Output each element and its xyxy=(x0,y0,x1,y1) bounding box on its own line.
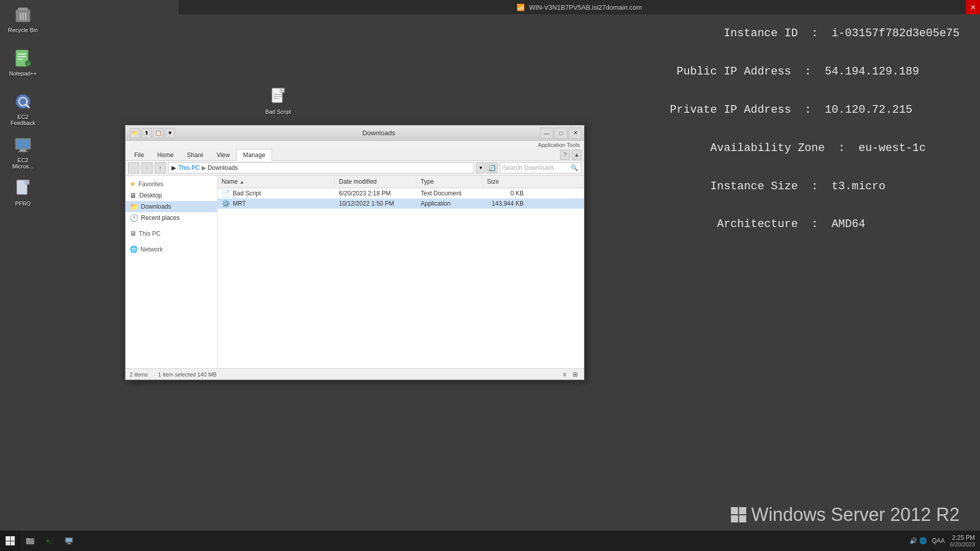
tab-view[interactable]: View xyxy=(210,149,236,161)
recent-nav-icon: 🕐 xyxy=(130,214,138,222)
rdp-signal-icon: 📶 xyxy=(517,4,525,11)
minimize-button[interactable]: — xyxy=(540,128,553,139)
toolbar-btn-1[interactable]: 📁 xyxy=(130,128,140,138)
back-button[interactable]: ‹ xyxy=(128,162,139,173)
rdp-close-button[interactable]: ✕ xyxy=(966,0,980,14)
taskbar-file-manager[interactable] xyxy=(20,531,40,551)
address-dropdown-btn[interactable]: ▼ xyxy=(476,162,485,173)
svg-rect-21 xyxy=(280,88,284,92)
start-button[interactable] xyxy=(0,531,20,551)
selected-info: 1 item selected 140 MB xyxy=(158,371,216,378)
search-box[interactable]: Search Downloads 🔍 xyxy=(500,162,581,173)
path-icon: ▶ xyxy=(172,164,176,171)
mrt-size: 143,944 KB xyxy=(483,200,524,207)
favorites-header[interactable]: ★ Favorites xyxy=(126,178,217,190)
clock: 2:25 PM 6/20/2023 xyxy=(950,534,975,547)
desktop-icon-notepadpp[interactable]: + Notepad++ xyxy=(3,46,43,79)
up-button[interactable]: ↑ xyxy=(155,162,166,173)
sort-arrow-name: ▲ xyxy=(239,179,244,185)
network-header[interactable]: 🌐 Network xyxy=(126,243,217,255)
server-info-panel: Instance ID : i-03157f782d3e05e75 Public… xyxy=(663,5,960,253)
toolbar-btn-4[interactable]: ▼ xyxy=(165,128,175,138)
instance-id-line: Instance ID : i-03157f782d3e05e75 xyxy=(690,27,960,40)
refresh-btn[interactable]: 🔄 xyxy=(486,162,498,173)
help-button[interactable]: ? xyxy=(560,149,570,160)
this-pc-header[interactable]: 🖥 This PC xyxy=(126,228,217,239)
svg-rect-17 xyxy=(18,151,28,152)
tab-manage[interactable]: Manage xyxy=(236,149,272,161)
view-controls: ≡ ⊞ xyxy=(560,370,580,379)
nav-item-downloads[interactable]: 📁 Downloads xyxy=(126,201,217,212)
maximize-button[interactable]: □ xyxy=(554,128,568,139)
tab-file[interactable]: File xyxy=(128,149,151,161)
desktop-icon-bad-script[interactable]: Bad Script xyxy=(258,84,299,117)
network-icon: 🌐 xyxy=(130,245,138,253)
bad-script-type: Text Document xyxy=(416,190,483,197)
svg-rect-1 xyxy=(18,8,28,11)
search-icon: 🔍 xyxy=(571,164,578,171)
ribbon-tabs: File Home Share View Manage ? ▲ xyxy=(126,149,584,161)
desktop-nav-label: Desktop xyxy=(139,192,162,199)
path-this-pc[interactable]: This PC xyxy=(178,164,200,171)
status-bar: 2 items 1 item selected 140 MB ≡ ⊞ xyxy=(126,368,584,380)
recycle-bin-label: Recycle Bin xyxy=(8,27,38,33)
forward-button[interactable]: › xyxy=(141,162,153,173)
mrt-date: 10/12/2022 1:50 PM xyxy=(335,200,416,207)
details-view-button[interactable]: ⊞ xyxy=(571,370,580,379)
window-controls: — □ ✕ xyxy=(540,128,582,139)
desktop-icon-recycle-bin[interactable]: Recycle Bin xyxy=(3,3,43,35)
taskbar: >_ 🔊 🌐 QAA 2:25 PM 6/20/2023 xyxy=(0,531,980,551)
col-header-date[interactable]: Date modified xyxy=(335,177,416,187)
column-headers: Name ▲ Date modified Type Size xyxy=(217,176,584,188)
toolbar-btn-3[interactable]: 📋 xyxy=(153,128,163,138)
windows-logo xyxy=(731,507,746,522)
nav-item-recent-places[interactable]: 🕐 Recent places xyxy=(126,212,217,223)
file-explorer-titlebar: 📁 ⬆ 📋 ▼ Downloads — □ ✕ xyxy=(126,126,584,141)
ec2-micros-icon-img xyxy=(13,135,33,155)
desktop-icon-pfro[interactable]: PFRO xyxy=(3,176,43,209)
this-pc-section: 🖥 This PC xyxy=(126,228,217,239)
recent-nav-label: Recent places xyxy=(141,214,180,221)
windows-logo-grid xyxy=(731,507,746,522)
taskbar-rdp[interactable] xyxy=(59,531,79,551)
col-header-name[interactable]: Name ▲ xyxy=(217,177,335,187)
watermark-text: Windows Server 2012 R2 xyxy=(751,504,960,525)
pfro-icon-img xyxy=(13,178,33,198)
list-view-button[interactable]: ≡ xyxy=(560,370,569,379)
path-downloads[interactable]: Downloads xyxy=(208,164,238,171)
date: 6/20/2023 xyxy=(950,541,975,547)
notepadpp-icon-img: + xyxy=(13,48,33,68)
nav-item-desktop[interactable]: 🖥 Desktop xyxy=(126,190,217,201)
taskbar-terminal[interactable]: >_ xyxy=(40,531,59,551)
file-row-mrt[interactable]: ⚙️ MRT 10/12/2022 1:50 PM Application 14… xyxy=(217,198,584,209)
tab-share[interactable]: Share xyxy=(180,149,210,161)
private-ip-line: Private IP Address : 10.120.72.215 xyxy=(663,104,913,116)
logo-cell-2 xyxy=(739,507,746,514)
logo-cell-3 xyxy=(731,515,738,522)
file-explorer-main: ★ Favorites 🖥 Desktop 📁 Downloads 🕐 Rece… xyxy=(126,176,584,368)
file-list: Name ▲ Date modified Type Size 📄 Bad Scr… xyxy=(217,176,584,368)
network-label: Network xyxy=(140,246,163,253)
svg-rect-30 xyxy=(66,538,72,542)
desktop-icon-ec2-micros[interactable]: EC2Micros... xyxy=(3,133,43,171)
close-button[interactable]: ✕ xyxy=(569,128,582,139)
address-path[interactable]: ▶ This PC ▶ Downloads xyxy=(168,162,474,173)
windows-server-watermark: Windows Server 2012 R2 xyxy=(731,504,960,525)
desktop-icon-ec2-feedback[interactable]: EC2Feedback xyxy=(3,89,43,128)
col-header-size[interactable]: Size xyxy=(483,177,524,187)
bad-script-file-icon: 📄 xyxy=(222,189,230,197)
address-bar: ‹ › ↑ ▶ This PC ▶ Downloads ▼ 🔄 Search D… xyxy=(126,161,584,176)
file-row-bad-script[interactable]: 📄 Bad Script 6/20/2023 2:18 PM Text Docu… xyxy=(217,188,584,198)
col-header-type[interactable]: Type xyxy=(416,177,483,187)
network-section: 🌐 Network xyxy=(126,243,217,255)
bad-script-label: Bad Script xyxy=(265,109,291,115)
svg-rect-16 xyxy=(20,149,26,151)
expand-ribbon-button[interactable]: ▲ xyxy=(572,149,582,160)
mrt-file-icon: ⚙️ xyxy=(222,199,230,208)
bad-script-icon-img xyxy=(268,86,288,107)
svg-text:>_: >_ xyxy=(46,539,52,543)
toolbar-btn-2[interactable]: ⬆ xyxy=(141,128,152,138)
arch-line: Architecture : AMD64 xyxy=(663,218,865,231)
monitor-icon: 🖥 xyxy=(130,230,136,237)
tab-home[interactable]: Home xyxy=(151,149,180,161)
